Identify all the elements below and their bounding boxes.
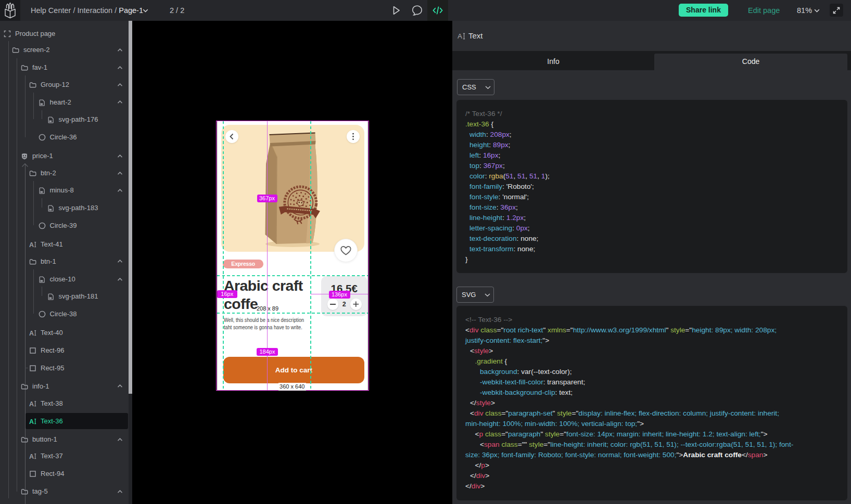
svg-text:A: A — [29, 418, 34, 425]
svg-text:A: A — [458, 32, 462, 40]
